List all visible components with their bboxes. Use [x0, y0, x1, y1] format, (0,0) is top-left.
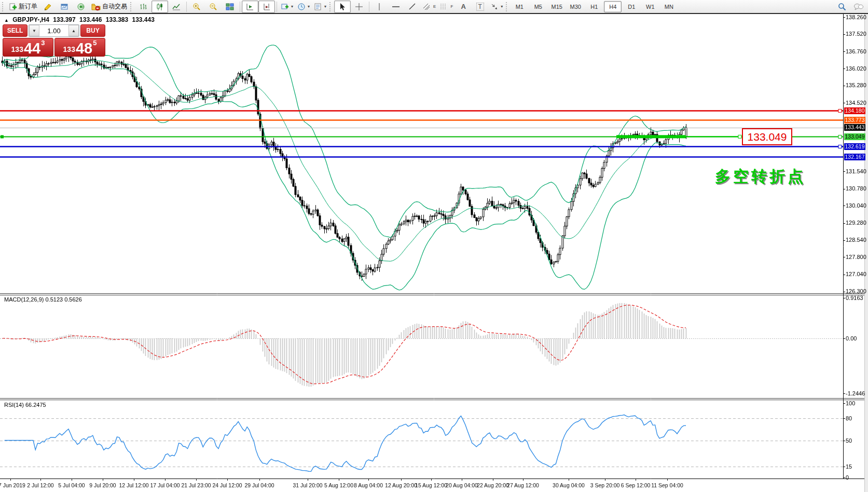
- rsi-axis-label: 15: [846, 463, 852, 470]
- text-label-icon: T: [476, 3, 484, 11]
- periods-button[interactable]: ▾: [295, 1, 312, 13]
- ohlc-high: 133.446: [79, 16, 102, 23]
- chat-button[interactable]: [850, 1, 867, 13]
- trendline-tool[interactable]: [404, 1, 421, 13]
- time-axis-label: 12 Aug 20:00: [385, 482, 417, 488]
- charts-window-button[interactable]: [56, 1, 73, 13]
- rsi-axis-label: 50: [846, 438, 852, 444]
- templates-button[interactable]: ▾: [312, 1, 328, 13]
- symbol-ohlc-line: ▲ GBPJPY-,H4 133.397 133.446 133.383 133…: [4, 16, 157, 23]
- buy-price-prefix: 133: [63, 45, 75, 53]
- timeframe-button-w1[interactable]: W1: [641, 1, 659, 12]
- price-annotation-box[interactable]: 133.049: [742, 128, 792, 145]
- bar-chart-icon: [139, 3, 147, 11]
- crayon-icon: [44, 3, 52, 11]
- arrows-tool[interactable]: ▾: [488, 1, 505, 13]
- chat-icon: [853, 3, 864, 11]
- search-button[interactable]: [834, 1, 850, 13]
- time-axis-label: 22 Aug 20:00: [477, 482, 509, 488]
- fibonacci-icon: [440, 3, 449, 11]
- sound-icon: [77, 3, 85, 11]
- auto-scroll-button[interactable]: [242, 1, 258, 13]
- auto-trading-button[interactable]: 自动交易: [89, 1, 129, 13]
- chinese-annotation: 多空转折点: [715, 166, 806, 187]
- auto-trading-icon: [91, 3, 101, 11]
- price-tick-label: 138.260: [846, 14, 866, 20]
- buy-price-sup: 5: [93, 39, 97, 47]
- volume-up-button[interactable]: ▲: [68, 25, 79, 36]
- sell-price-prefix: 133: [11, 45, 23, 53]
- auto-scroll-icon: [246, 3, 254, 11]
- buy-button[interactable]: BUY: [80, 24, 105, 37]
- channel-tool[interactable]: E: [421, 1, 438, 13]
- time-axis-label: 9 Jul 20:00: [89, 482, 116, 488]
- text-tool-icon: A: [461, 3, 466, 10]
- dropdown-arrow-icon: ▾: [501, 4, 503, 9]
- line-chart-type-button[interactable]: [168, 1, 185, 13]
- text-label-tool[interactable]: T: [472, 1, 488, 13]
- timeframe-button-mn[interactable]: MN: [660, 1, 678, 12]
- sounds-button[interactable]: [73, 1, 89, 13]
- symbol-title: GBPJPY-,H4: [12, 16, 49, 23]
- new-order-button[interactable]: 新订单: [7, 1, 39, 13]
- auto-trading-label: 自动交易: [102, 2, 127, 11]
- buy-price-panel[interactable]: 133 48 5: [54, 38, 105, 57]
- indicators-icon: [281, 3, 289, 11]
- zoom-in-button[interactable]: [188, 1, 205, 13]
- dropdown-arrow-icon: ▾: [308, 4, 310, 9]
- price-tick-label: 130.040: [846, 202, 866, 209]
- price-tick-label: 137.520: [846, 31, 866, 37]
- time-axis-label: 15 Aug 12:00: [415, 482, 447, 488]
- ohlc-low: 133.383: [106, 16, 128, 23]
- horizontal-line-tool[interactable]: [388, 1, 404, 13]
- candlestick-icon: [156, 3, 164, 11]
- timeframe-button-m15[interactable]: M15: [548, 1, 566, 12]
- volume-input[interactable]: [39, 25, 68, 36]
- tile-windows-button[interactable]: [222, 1, 238, 13]
- time-axis-label: 27 Aug 12:00: [507, 482, 539, 488]
- sell-price-panel[interactable]: 133 44 3: [3, 38, 53, 57]
- time-axis-label: 20 Aug 04:00: [446, 482, 478, 488]
- crosshair-button[interactable]: [351, 1, 367, 13]
- sell-button[interactable]: SELL: [3, 24, 27, 37]
- toolbar: 新订单 自动交易: [0, 0, 868, 14]
- line-chart-icon: [172, 3, 181, 11]
- cursor-button[interactable]: [334, 1, 351, 13]
- zoom-out-icon: [209, 3, 217, 11]
- toolbar-separator: [369, 2, 369, 12]
- price-tick-label: 136.020: [846, 65, 866, 72]
- timeframe-button-m30[interactable]: M30: [567, 1, 584, 12]
- candlestick-type-button[interactable]: [151, 1, 168, 13]
- toolbar-grip: [2, 2, 5, 11]
- clock-icon: [297, 3, 306, 11]
- time-axis-label: 6 Sep 12:00: [621, 482, 651, 488]
- timeframe-button-m1[interactable]: M1: [511, 1, 528, 12]
- horizontal-line-icon: [392, 3, 400, 10]
- time-axis-label: 29 Jul 04:00: [244, 482, 274, 488]
- ohlc-close: 133.443: [132, 16, 155, 23]
- indicators-button[interactable]: ▾: [279, 1, 295, 13]
- bar-chart-type-button[interactable]: [135, 1, 151, 13]
- timeframe-button-d1[interactable]: D1: [623, 1, 640, 12]
- price-tick-label: 135.280: [846, 82, 866, 88]
- timeframe-button-m5[interactable]: M5: [529, 1, 547, 12]
- vertical-line-tool[interactable]: [371, 1, 388, 13]
- volume-spinner: ▼ ▲: [29, 24, 79, 37]
- styler-button[interactable]: [39, 1, 56, 13]
- text-tool[interactable]: A: [455, 1, 472, 13]
- volume-down-button[interactable]: ▼: [29, 25, 39, 36]
- fibo-sub-label: F: [450, 4, 453, 9]
- fibonacci-tool[interactable]: F: [438, 1, 455, 13]
- chart-canvas[interactable]: [0, 0, 868, 492]
- timeframe-button-h1[interactable]: H1: [585, 1, 603, 12]
- new-order-icon: [9, 3, 17, 11]
- price-tag-label: 132.167: [844, 154, 865, 160]
- time-axis-label: 31 Jul 20:00: [293, 482, 322, 488]
- vertical-line-icon: [376, 3, 383, 11]
- time-axis-label: 2 Jul 12:00: [27, 482, 53, 488]
- time-axis-label: 12 Jul 12:00: [119, 482, 148, 488]
- zoom-out-button[interactable]: [205, 1, 222, 13]
- timeframe-button-h4[interactable]: H4: [604, 1, 622, 12]
- macd-axis-label: 0.9163: [846, 295, 863, 301]
- chart-shift-button[interactable]: [258, 1, 275, 13]
